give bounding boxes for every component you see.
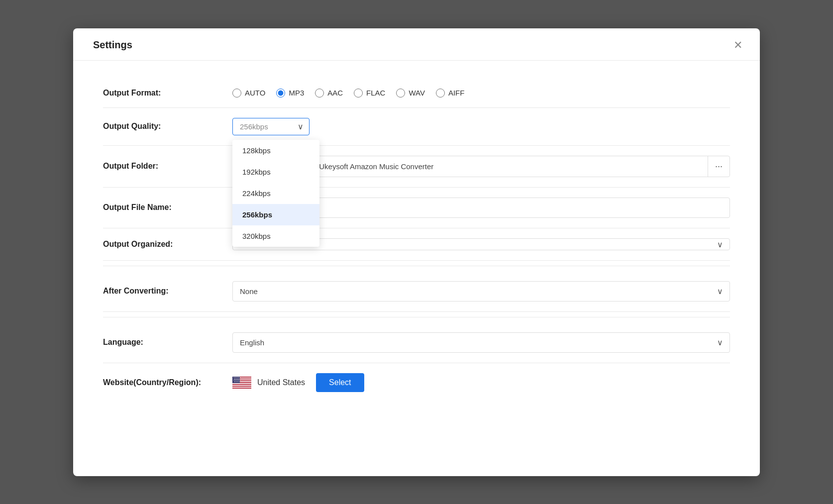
quality-dropdown-popup: 128kbps 192kbps 224kbps 256kbps 320kbps bbox=[232, 140, 319, 247]
separator-2 bbox=[103, 317, 730, 317]
language-content: English ∨ bbox=[232, 332, 730, 353]
format-auto[interactable]: AUTO bbox=[232, 89, 265, 98]
format-wav-label: WAV bbox=[409, 89, 425, 97]
dialog-header: Settings ✕ bbox=[73, 28, 760, 61]
format-flac-label: FLAC bbox=[366, 89, 385, 97]
dialog-body: Output Format: AUTO MP3 AAC bbox=[73, 61, 760, 422]
svg-text:★: ★ bbox=[238, 380, 240, 382]
format-flac[interactable]: FLAC bbox=[354, 89, 385, 98]
format-aiff-label: AIFF bbox=[448, 89, 465, 97]
output-organized-label: Output Organized: bbox=[103, 240, 232, 249]
after-converting-row: After Converting: None ∨ bbox=[103, 271, 730, 312]
output-quality-label: Output Quality: bbox=[103, 118, 232, 131]
after-converting-value: None bbox=[240, 287, 258, 296]
output-quality-content: 256kbps ∨ 128kbps 192kbps 224kbps 256kbp… bbox=[232, 118, 730, 135]
language-value: English bbox=[240, 338, 264, 347]
output-filename-label: Output File Name: bbox=[103, 203, 232, 212]
quality-option-192[interactable]: 192kbps bbox=[232, 161, 319, 183]
output-format-row: Output Format: AUTO MP3 AAC bbox=[103, 79, 730, 108]
folder-browse-button[interactable]: ··· bbox=[708, 156, 729, 177]
after-converting-label: After Converting: bbox=[103, 287, 232, 296]
after-converting-dropdown[interactable]: None bbox=[232, 281, 730, 302]
svg-rect-4 bbox=[232, 383, 251, 384]
svg-rect-6 bbox=[232, 387, 251, 388]
format-mp3-label: MP3 bbox=[289, 89, 304, 97]
website-content: ★★★★★ ★★★★ ★★★★★ ★★★★ United States Sele… bbox=[232, 373, 730, 392]
output-format-label: Output Format: bbox=[103, 89, 232, 98]
dialog-title: Settings bbox=[93, 39, 132, 51]
language-dropdown-wrapper: English ∨ bbox=[232, 332, 730, 353]
select-country-button[interactable]: Select bbox=[316, 373, 364, 392]
output-format-content: AUTO MP3 AAC FLAC bbox=[232, 89, 730, 98]
after-converting-content: None ∨ bbox=[232, 281, 730, 302]
format-aiff-radio[interactable] bbox=[436, 89, 445, 98]
svg-rect-5 bbox=[232, 385, 251, 386]
output-organized-row: Output Organized: ∨ bbox=[103, 228, 730, 261]
output-folder-label: Output Folder: bbox=[103, 162, 232, 171]
quality-dropdown[interactable]: 256kbps bbox=[232, 118, 310, 135]
quality-option-128[interactable]: 128kbps bbox=[232, 140, 319, 161]
quality-option-256[interactable]: 256kbps bbox=[232, 204, 319, 225]
format-wav-radio[interactable] bbox=[396, 89, 405, 98]
format-mp3[interactable]: MP3 bbox=[276, 89, 304, 98]
format-aac-label: AAC bbox=[327, 89, 343, 97]
language-row: Language: English ∨ bbox=[103, 322, 730, 363]
website-label: Website(Country/Region): bbox=[103, 378, 232, 387]
language-label: Language: bbox=[103, 338, 232, 347]
format-flac-radio[interactable] bbox=[354, 89, 363, 98]
quality-dropdown-wrapper: 256kbps ∨ 128kbps 192kbps 224kbps 256kbp… bbox=[232, 118, 310, 135]
format-aac-radio[interactable] bbox=[315, 89, 324, 98]
language-dropdown[interactable]: English bbox=[232, 332, 730, 353]
format-auto-radio[interactable] bbox=[232, 89, 241, 98]
us-flag-icon: ★★★★★ ★★★★ ★★★★★ ★★★★ bbox=[232, 377, 251, 389]
output-folder-row: Output Folder: ··· bbox=[103, 146, 730, 188]
format-radio-group: AUTO MP3 AAC FLAC bbox=[232, 89, 464, 98]
website-row: Website(Country/Region): ★★★★★ bbox=[103, 363, 730, 402]
output-filename-row: Output File Name: bbox=[103, 188, 730, 228]
close-button[interactable]: ✕ bbox=[730, 37, 746, 53]
output-quality-row: Output Quality: 256kbps ∨ 128kbps 192kbp… bbox=[103, 108, 730, 146]
quality-option-224[interactable]: 224kbps bbox=[232, 183, 319, 204]
after-converting-dropdown-wrapper: None ∨ bbox=[232, 281, 730, 302]
separator-1 bbox=[103, 266, 730, 266]
format-auto-label: AUTO bbox=[245, 89, 265, 97]
quality-option-320[interactable]: 320kbps bbox=[232, 225, 319, 247]
settings-dialog: Settings ✕ Output Format: AUTO MP3 bbox=[73, 28, 760, 476]
format-mp3-radio[interactable] bbox=[276, 89, 285, 98]
format-wav[interactable]: WAV bbox=[396, 89, 425, 98]
format-aiff[interactable]: AIFF bbox=[436, 89, 465, 98]
country-name: United States bbox=[257, 378, 305, 387]
format-aac[interactable]: AAC bbox=[315, 89, 343, 98]
